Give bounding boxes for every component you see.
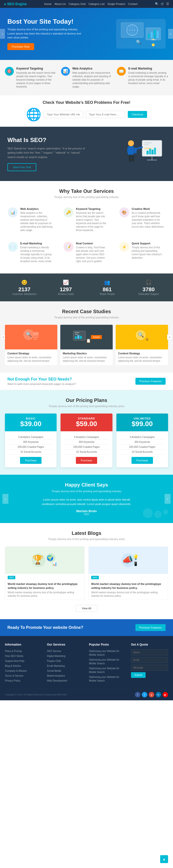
service-support-title: Quick Support xyxy=(132,242,165,245)
svg-text:🌍: 🌍 xyxy=(47,555,54,561)
price-unlimited-purchase-button[interactable]: Purchase xyxy=(131,457,153,464)
premium-features-button[interactable]: Premium Features xyxy=(135,378,166,385)
price-basic-f2: 300 Keywords xyxy=(8,440,53,444)
nav-links: Home About Us Category Grid Category Lis… xyxy=(44,2,138,5)
hero-purchase-button[interactable]: Purchase Now xyxy=(7,43,34,50)
hero-prev-arrow[interactable]: ‹ xyxy=(0,29,5,39)
blogs-grid: 🏆 🌍 📊 SEO World market stoampy dummy tes… xyxy=(5,547,168,600)
blog-body-1: World market stoampy dummy test of the p… xyxy=(5,580,84,600)
nav-home[interactable]: Home xyxy=(44,2,51,5)
blog-text-1: World market stoampy dummy test of the p… xyxy=(8,591,82,598)
stat-satisfaction: 😊 2137 Customer Satisfaction xyxy=(5,279,44,296)
nav-cat-grid[interactable]: Category Grid xyxy=(69,2,85,5)
feature-analytics-title: Web Analytics xyxy=(72,67,112,70)
blog-img-1: 🏆 🌍 📊 xyxy=(5,547,84,574)
price-basic-f1: 5 Analytics Campaigns xyxy=(8,435,53,440)
linkedin-icon[interactable]: in xyxy=(156,692,161,698)
svg-text:🏆: 🏆 xyxy=(32,554,44,565)
footer-information: Information Plans & Pricing How SEO Work… xyxy=(5,643,42,684)
case-studies-next-arrow[interactable]: › xyxy=(167,334,173,340)
footer-link-how[interactable]: How SEO Works xyxy=(5,654,42,658)
footer-svc-social[interactable]: Social Media xyxy=(47,669,84,673)
twitter-icon[interactable]: t xyxy=(142,692,147,698)
blog-tag-2: SEO xyxy=(91,576,99,579)
svg-text:📣: 📣 xyxy=(122,554,133,565)
svg-rect-41 xyxy=(80,336,82,339)
pricing-title: Our Pricing Plans xyxy=(5,398,168,403)
stat-support-num: 3780 xyxy=(129,286,168,293)
google-plus-icon[interactable]: g xyxy=(149,692,154,698)
view-all-wrap: View All xyxy=(5,605,168,612)
seo-illustration: ★★★★☆ xyxy=(116,136,166,171)
footer-svc-web[interactable]: Web Development xyxy=(47,679,84,683)
details-button[interactable]: Details xyxy=(91,335,102,339)
nav-about[interactable]: About Us xyxy=(54,2,66,5)
price-standard-purchase-button[interactable]: Purchase xyxy=(76,457,97,464)
price-basic-body: 5 Analytics Campaigns 300 Keywords 200,0… xyxy=(5,431,56,467)
footer-post-2[interactable]: Optimizing your Website for Mobile Searc… xyxy=(89,658,126,665)
footer-link-blog[interactable]: Blog & Articles xyxy=(5,664,42,668)
seo-url-input[interactable] xyxy=(44,111,83,118)
not-enough-text: Not Enough For Your SEO Needs? Want to a… xyxy=(7,377,76,385)
testimonial-prev-arrow[interactable]: ‹ xyxy=(2,494,8,504)
price-basic-f3: 200,000 Crawled Pages xyxy=(8,444,53,450)
not-enough-title: Not Enough For Your SEO Needs? xyxy=(7,377,76,381)
footer-message-input[interactable] xyxy=(131,664,168,671)
youtube-icon[interactable]: ▶ xyxy=(163,692,168,698)
footer-services-title: Our Services xyxy=(47,643,84,646)
footer-post-3[interactable]: Optimizing your Website for Mobile Searc… xyxy=(89,666,126,674)
services-grid: 📊 Web Analytics Web analytics is the mea… xyxy=(5,205,168,266)
checkout-button[interactable]: Checkout xyxy=(128,111,147,118)
case-card-3: 🔍 ⚙ Content Strategy Lorem ipsum dolor s… xyxy=(116,325,168,365)
search-icon[interactable]: 🔍 xyxy=(155,2,159,6)
nav-contact[interactable]: Contact xyxy=(128,2,138,5)
footer-svc-digital[interactable]: Digital Marketing xyxy=(47,654,84,658)
cta-premium-button[interactable]: Premium Features xyxy=(135,624,166,631)
footer-link-privacy[interactable]: Privacy Policy xyxy=(5,679,42,683)
case-text-3: Lorem ipsum dolor sit amet, consectetur … xyxy=(118,356,166,363)
cart-icon[interactable]: 🛒 xyxy=(160,2,164,6)
email-icon: ✉️ xyxy=(117,67,126,76)
footer-link-plans[interactable]: Plans & Pricing xyxy=(5,649,42,653)
testimonial-next-arrow[interactable]: › xyxy=(165,494,171,504)
footer-svc-market[interactable]: Market Analytics xyxy=(47,674,84,678)
decorative-bubbles xyxy=(143,508,168,518)
facebook-icon[interactable]: f xyxy=(135,692,140,698)
menu-icon[interactable]: ☰ xyxy=(166,2,169,6)
case-body-2: Marketing Stactics Lorem ipsum dolor sit… xyxy=(60,349,113,365)
feature-email-text: Email marketing is directly sending a co… xyxy=(128,71,168,85)
footer-link-support[interactable]: Support And Help xyxy=(5,659,42,663)
footer-email-input[interactable] xyxy=(131,657,168,663)
price-basic-purchase-button[interactable]: Purchase xyxy=(20,457,41,464)
what-seo-title: What Is SEO? xyxy=(7,136,116,144)
footer-svc-ppc[interactable]: Payper-Click xyxy=(47,659,84,663)
hero-next-arrow[interactable]: › xyxy=(168,29,173,39)
price-standard-body: 5 Analytics Campaigns 300 Keywords 200,0… xyxy=(60,431,112,467)
footer-svc-email[interactable]: Email Marketing xyxy=(47,664,84,668)
nav-cat-list[interactable]: Category List xyxy=(89,2,104,5)
footer-link-terms[interactable]: Terms of Service xyxy=(5,674,42,678)
price-standard-f2: 300 Keywords xyxy=(64,440,109,444)
footer-submit-button[interactable]: Submit xyxy=(131,672,146,678)
footer-post-4[interactable]: Optimizing your Website for Mobile Searc… xyxy=(89,675,126,683)
blogs-title-wrap: Latest Blogs xyxy=(5,530,168,536)
case-card-1: 🔍 Content Strategy Lorem ipsum dolor sit… xyxy=(5,325,57,365)
stat-support-label: Dedicated Support xyxy=(129,293,168,296)
price-basic-f4: 15 Social Accounts xyxy=(8,450,53,455)
service-email-title: E-mail Marketing xyxy=(20,242,54,245)
pricing-title-wrap: Our Pricing Plans xyxy=(5,398,168,403)
blog-img-2: 📣 💡 📱 xyxy=(89,547,168,574)
free-trial-button[interactable]: Start Free Trial xyxy=(7,163,36,171)
footer-link-company[interactable]: Company & Mission xyxy=(5,669,42,673)
stat-goals-num: 1297 xyxy=(47,286,85,293)
seo-email-input[interactable] xyxy=(86,111,125,118)
footer-popular: Popular Posts Optimizing your Website fo… xyxy=(89,643,126,684)
price-basic: BASIC $39.00 5 Analytics Campaigns 300 K… xyxy=(5,413,56,467)
footer-name-input[interactable] xyxy=(131,649,168,655)
why-services-section: Why Take Our Services Tinsply dummy text… xyxy=(0,181,173,274)
footer-quote: Get A Quote Submit xyxy=(131,643,168,684)
footer-svc-seo[interactable]: SEO Service xyxy=(47,649,84,653)
nav-single[interactable]: Single Product xyxy=(107,2,125,5)
view-all-button[interactable]: View All xyxy=(76,605,97,612)
footer-post-1[interactable]: Optimizing your Website for Mobile Searc… xyxy=(89,649,126,657)
